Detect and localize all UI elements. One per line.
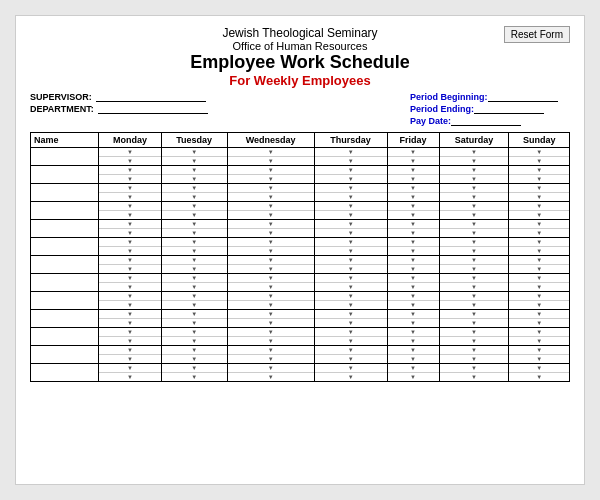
dropdown-half[interactable]: ▼ xyxy=(440,229,509,237)
dropdown-half[interactable]: ▼ xyxy=(228,292,314,301)
day-cell[interactable]: ▼▼ xyxy=(99,310,162,328)
day-cell[interactable]: ▼▼ xyxy=(509,346,570,364)
name-input[interactable] xyxy=(31,364,98,381)
dropdown-half[interactable]: ▼ xyxy=(440,148,509,157)
dropdown-half[interactable]: ▼ xyxy=(162,292,227,301)
dropdown-half[interactable]: ▼ xyxy=(162,310,227,319)
dropdown-half[interactable]: ▼ xyxy=(440,247,509,255)
dropdown-half[interactable]: ▼ xyxy=(388,247,439,255)
dropdown-half[interactable]: ▼ xyxy=(440,211,509,219)
day-cell[interactable]: ▼▼ xyxy=(227,238,314,256)
dropdown-half[interactable]: ▼ xyxy=(440,346,509,355)
dropdown-half[interactable]: ▼ xyxy=(440,283,509,291)
dropdown-half[interactable]: ▼ xyxy=(388,292,439,301)
day-cell[interactable]: ▼▼ xyxy=(227,274,314,292)
dropdown-half[interactable]: ▼ xyxy=(99,337,161,345)
dropdown-half[interactable]: ▼ xyxy=(509,211,569,219)
dropdown-half[interactable]: ▼ xyxy=(162,175,227,183)
dropdown-half[interactable]: ▼ xyxy=(440,157,509,165)
dropdown-half[interactable]: ▼ xyxy=(315,211,387,219)
dropdown-half[interactable]: ▼ xyxy=(315,301,387,309)
dropdown-half[interactable]: ▼ xyxy=(509,229,569,237)
dropdown-half[interactable]: ▼ xyxy=(388,256,439,265)
day-cell[interactable]: ▼▼ xyxy=(439,292,509,310)
day-cell[interactable]: ▼▼ xyxy=(99,364,162,382)
dropdown-half[interactable]: ▼ xyxy=(388,337,439,345)
dropdown-half[interactable]: ▼ xyxy=(315,247,387,255)
day-cell[interactable]: ▼▼ xyxy=(314,310,387,328)
day-cell[interactable]: ▼▼ xyxy=(161,256,227,274)
dropdown-half[interactable]: ▼ xyxy=(440,256,509,265)
day-cell[interactable]: ▼▼ xyxy=(439,148,509,166)
reset-button[interactable]: Reset Form xyxy=(504,26,570,43)
dropdown-half[interactable]: ▼ xyxy=(315,166,387,175)
dropdown-half[interactable]: ▼ xyxy=(228,319,314,327)
day-cell[interactable]: ▼▼ xyxy=(509,256,570,274)
dropdown-half[interactable]: ▼ xyxy=(509,274,569,283)
dropdown-half[interactable]: ▼ xyxy=(99,256,161,265)
day-cell[interactable]: ▼▼ xyxy=(387,292,439,310)
dropdown-half[interactable]: ▼ xyxy=(388,211,439,219)
dropdown-half[interactable]: ▼ xyxy=(388,148,439,157)
dropdown-half[interactable]: ▼ xyxy=(509,166,569,175)
dropdown-half[interactable]: ▼ xyxy=(315,193,387,201)
dropdown-half[interactable]: ▼ xyxy=(99,184,161,193)
day-cell[interactable]: ▼▼ xyxy=(387,238,439,256)
dropdown-half[interactable]: ▼ xyxy=(228,328,314,337)
dropdown-half[interactable]: ▼ xyxy=(228,184,314,193)
day-cell[interactable]: ▼▼ xyxy=(439,202,509,220)
dropdown-half[interactable]: ▼ xyxy=(315,346,387,355)
dropdown-half[interactable]: ▼ xyxy=(509,157,569,165)
dropdown-half[interactable]: ▼ xyxy=(228,211,314,219)
dropdown-half[interactable]: ▼ xyxy=(509,238,569,247)
dropdown-half[interactable]: ▼ xyxy=(315,283,387,291)
dropdown-half[interactable]: ▼ xyxy=(440,175,509,183)
dropdown-half[interactable]: ▼ xyxy=(440,184,509,193)
day-cell[interactable]: ▼▼ xyxy=(439,364,509,382)
day-cell[interactable]: ▼▼ xyxy=(509,202,570,220)
dropdown-half[interactable]: ▼ xyxy=(228,373,314,381)
day-cell[interactable]: ▼▼ xyxy=(227,310,314,328)
day-cell[interactable]: ▼▼ xyxy=(99,220,162,238)
day-cell[interactable]: ▼▼ xyxy=(509,220,570,238)
dropdown-half[interactable]: ▼ xyxy=(162,157,227,165)
dropdown-half[interactable]: ▼ xyxy=(162,301,227,309)
dropdown-half[interactable]: ▼ xyxy=(315,265,387,273)
day-cell[interactable]: ▼▼ xyxy=(439,166,509,184)
day-cell[interactable]: ▼▼ xyxy=(99,328,162,346)
dropdown-half[interactable]: ▼ xyxy=(228,247,314,255)
dropdown-half[interactable]: ▼ xyxy=(315,256,387,265)
dropdown-half[interactable]: ▼ xyxy=(440,328,509,337)
dropdown-half[interactable]: ▼ xyxy=(440,301,509,309)
day-cell[interactable]: ▼▼ xyxy=(227,364,314,382)
dropdown-half[interactable]: ▼ xyxy=(99,292,161,301)
dropdown-half[interactable]: ▼ xyxy=(162,166,227,175)
dropdown-half[interactable]: ▼ xyxy=(162,319,227,327)
dropdown-half[interactable]: ▼ xyxy=(99,346,161,355)
dropdown-half[interactable]: ▼ xyxy=(440,220,509,229)
dropdown-half[interactable]: ▼ xyxy=(228,148,314,157)
dropdown-half[interactable]: ▼ xyxy=(228,202,314,211)
dropdown-half[interactable]: ▼ xyxy=(315,355,387,363)
day-cell[interactable]: ▼▼ xyxy=(509,184,570,202)
dropdown-half[interactable]: ▼ xyxy=(228,238,314,247)
dropdown-half[interactable]: ▼ xyxy=(162,328,227,337)
dropdown-half[interactable]: ▼ xyxy=(440,274,509,283)
dropdown-half[interactable]: ▼ xyxy=(228,355,314,363)
dropdown-half[interactable]: ▼ xyxy=(99,328,161,337)
day-cell[interactable]: ▼▼ xyxy=(161,220,227,238)
day-cell[interactable]: ▼▼ xyxy=(99,148,162,166)
dropdown-half[interactable]: ▼ xyxy=(509,283,569,291)
dropdown-half[interactable]: ▼ xyxy=(440,193,509,201)
dropdown-half[interactable]: ▼ xyxy=(162,211,227,219)
dropdown-half[interactable]: ▼ xyxy=(388,238,439,247)
day-cell[interactable]: ▼▼ xyxy=(439,238,509,256)
dropdown-half[interactable]: ▼ xyxy=(440,265,509,273)
day-cell[interactable]: ▼▼ xyxy=(439,346,509,364)
dropdown-half[interactable]: ▼ xyxy=(99,274,161,283)
day-cell[interactable]: ▼▼ xyxy=(387,328,439,346)
dropdown-half[interactable]: ▼ xyxy=(228,301,314,309)
dropdown-half[interactable]: ▼ xyxy=(162,247,227,255)
name-cell[interactable] xyxy=(31,166,99,184)
dropdown-half[interactable]: ▼ xyxy=(162,220,227,229)
